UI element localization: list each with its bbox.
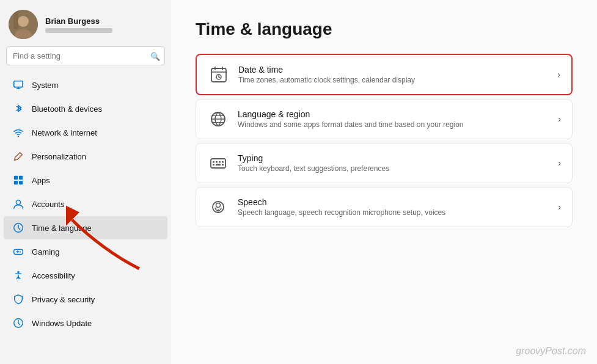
sidebar-label-accessibility: Accessibility bbox=[32, 271, 75, 280]
sidebar-item-update[interactable]: Windows Update bbox=[4, 311, 167, 335]
person-icon bbox=[12, 198, 24, 210]
svg-rect-24 bbox=[213, 164, 214, 166]
page-title: Time & language bbox=[196, 20, 573, 39]
sidebar-label-bluetooth: Bluetooth & devices bbox=[32, 104, 102, 114]
svg-rect-20 bbox=[213, 161, 214, 163]
accessibility-icon bbox=[12, 269, 24, 282]
sidebar-item-personalization[interactable]: Personalization bbox=[4, 145, 167, 168]
sidebar-item-apps[interactable]: Apps bbox=[4, 169, 167, 192]
user-email-bar bbox=[45, 28, 112, 33]
card-speech[interactable]: Speech Speech language, speech recogniti… bbox=[196, 187, 573, 227]
card-title-language: Language & region bbox=[238, 109, 552, 119]
svg-rect-6 bbox=[14, 176, 18, 180]
svg-point-13 bbox=[20, 252, 21, 253]
sidebar-item-time[interactable]: Time & language bbox=[4, 216, 167, 239]
svg-point-14 bbox=[17, 271, 20, 274]
card-date-time[interactable]: Date & time Time zones, automatic clock … bbox=[196, 54, 573, 95]
sidebar-item-privacy[interactable]: Privacy & security bbox=[4, 288, 167, 311]
sidebar-item-system[interactable]: System bbox=[4, 73, 167, 96]
card-title-speech: Speech bbox=[238, 197, 552, 207]
language-icon bbox=[207, 108, 229, 130]
brush-icon bbox=[12, 150, 24, 162]
clock-icon bbox=[12, 222, 24, 234]
card-language-region[interactable]: Language & region Windows and some apps … bbox=[196, 99, 573, 139]
sidebar-item-gaming[interactable]: Gaming bbox=[4, 240, 167, 263]
sidebar-label-network: Network & internet bbox=[32, 128, 97, 137]
nav-list: System Bluetooth & devices Network & int… bbox=[0, 70, 171, 364]
sidebar-label-gaming: Gaming bbox=[32, 247, 60, 257]
svg-rect-19 bbox=[211, 159, 225, 168]
svg-rect-4 bbox=[14, 81, 23, 87]
user-name: Brian Burgess bbox=[45, 16, 112, 26]
avatar bbox=[9, 10, 38, 39]
sidebar: Brian Burgess 🔍 System Bluetooth & devic… bbox=[0, 0, 171, 364]
svg-point-28 bbox=[216, 203, 221, 208]
svg-point-10 bbox=[16, 200, 20, 205]
sidebar-label-time: Time & language bbox=[32, 224, 92, 233]
card-desc-typing: Touch keyboard, text suggestions, prefer… bbox=[238, 164, 552, 173]
svg-point-1 bbox=[18, 16, 29, 27]
sidebar-item-accounts[interactable]: Accounts bbox=[4, 192, 167, 216]
bluetooth-icon bbox=[12, 103, 24, 115]
date-time-icon bbox=[208, 64, 230, 86]
chevron-right-icon-3: › bbox=[558, 158, 561, 168]
card-typing[interactable]: Typing Touch keyboard, text suggestions,… bbox=[196, 143, 573, 183]
monitor-icon bbox=[12, 79, 24, 91]
chevron-right-icon-4: › bbox=[558, 202, 561, 212]
search-icon: 🔍 bbox=[150, 51, 160, 60]
sidebar-label-apps: Apps bbox=[32, 176, 50, 185]
main-content: Time & language Date & time Time zones, … bbox=[171, 0, 597, 364]
sidebar-label-update: Windows Update bbox=[32, 319, 92, 328]
card-desc-date-time: Time zones, automatic clock settings, ca… bbox=[238, 76, 551, 84]
card-desc-speech: Speech language, speech recognition micr… bbox=[238, 208, 552, 217]
card-text-language: Language & region Windows and some apps … bbox=[238, 109, 552, 129]
sidebar-item-network[interactable]: Network & internet bbox=[4, 121, 167, 144]
sidebar-label-privacy: Privacy & security bbox=[32, 295, 95, 304]
svg-rect-25 bbox=[216, 164, 221, 166]
update-icon bbox=[12, 317, 24, 329]
sidebar-label-system: System bbox=[32, 81, 58, 90]
shield-icon bbox=[12, 293, 24, 305]
wifi-icon bbox=[12, 126, 24, 139]
svg-rect-9 bbox=[19, 181, 23, 184]
user-profile: Brian Burgess bbox=[0, 0, 171, 46]
card-text-typing: Typing Touch keyboard, text suggestions,… bbox=[238, 153, 552, 173]
sidebar-label-accounts: Accounts bbox=[32, 200, 64, 209]
sidebar-label-personalization: Personalization bbox=[32, 152, 86, 161]
svg-rect-21 bbox=[216, 161, 218, 163]
sidebar-item-bluetooth[interactable]: Bluetooth & devices bbox=[4, 97, 167, 120]
search-input[interactable] bbox=[6, 46, 165, 65]
typing-icon bbox=[207, 152, 229, 174]
sidebar-item-accessibility[interactable]: Accessibility bbox=[4, 264, 167, 287]
chevron-right-icon-2: › bbox=[558, 114, 561, 124]
gaming-icon bbox=[12, 246, 24, 258]
card-text-date-time: Date & time Time zones, automatic clock … bbox=[238, 65, 551, 84]
card-title-typing: Typing bbox=[238, 153, 552, 163]
svg-point-5 bbox=[18, 136, 19, 137]
svg-rect-7 bbox=[19, 176, 23, 180]
svg-rect-23 bbox=[222, 161, 224, 163]
svg-rect-22 bbox=[219, 161, 221, 163]
user-info: Brian Burgess bbox=[45, 16, 112, 33]
search-box[interactable]: 🔍 bbox=[6, 46, 165, 65]
svg-rect-26 bbox=[222, 164, 224, 166]
chevron-right-icon: › bbox=[557, 70, 560, 79]
speech-icon bbox=[207, 196, 229, 218]
card-title-date-time: Date & time bbox=[238, 65, 551, 75]
svg-rect-3 bbox=[13, 10, 18, 29]
apps-icon bbox=[12, 174, 24, 186]
card-text-speech: Speech Speech language, speech recogniti… bbox=[238, 197, 552, 217]
svg-rect-8 bbox=[14, 181, 18, 184]
card-desc-language: Windows and some apps format dates and t… bbox=[238, 120, 552, 129]
watermark: groovyPost.com bbox=[516, 346, 586, 357]
